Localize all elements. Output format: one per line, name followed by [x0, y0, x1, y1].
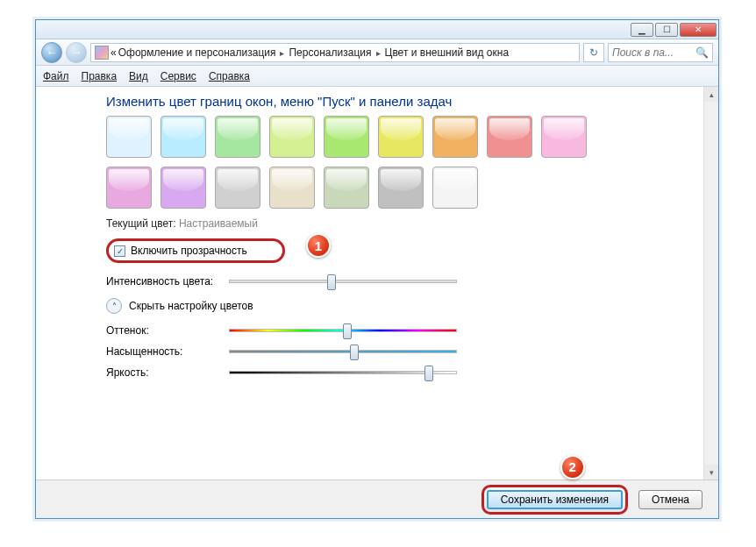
color-swatch[interactable]: [487, 116, 532, 158]
content-area: Изменить цвет границ окон, меню "Пуск" и…: [36, 87, 718, 518]
current-color-row: Текущий цвет: Настраиваемый: [106, 217, 718, 230]
navbar: ← → « Оформление и персонализация Персон…: [36, 39, 718, 66]
hue-slider[interactable]: [229, 329, 457, 332]
search-input[interactable]: [612, 46, 692, 59]
transparency-checkbox[interactable]: ✓: [114, 245, 125, 257]
menu-view[interactable]: Вид: [129, 70, 148, 82]
color-swatch[interactable]: [160, 116, 206, 158]
refresh-button[interactable]: ↻: [583, 43, 604, 62]
search-icon: 🔍: [695, 46, 709, 59]
search-box[interactable]: 🔍: [608, 43, 713, 62]
color-swatch[interactable]: [160, 167, 206, 209]
hue-label: Оттенок:: [106, 324, 220, 337]
window: ▁ ☐ ✕ ← → « Оформление и персонализация …: [35, 19, 719, 519]
menu-help[interactable]: Справка: [209, 70, 250, 82]
hue-row: Оттенок:: [106, 324, 718, 337]
breadcrumb-item[interactable]: Персонализация: [289, 46, 371, 59]
vertical-scrollbar[interactable]: ▴ ▾: [703, 87, 718, 480]
menubar: Файл Правка Вид Сервис Справка: [36, 66, 718, 87]
nav-forward-button[interactable]: →: [66, 42, 87, 63]
color-swatch[interactable]: [269, 167, 315, 209]
color-swatch[interactable]: [378, 116, 424, 158]
titlebar: ▁ ☐ ✕: [36, 20, 718, 39]
color-swatches: [106, 116, 597, 209]
saturation-slider[interactable]: [229, 350, 457, 353]
cancel-button[interactable]: Отмена: [638, 490, 703, 509]
color-swatch[interactable]: [269, 116, 315, 158]
color-swatch[interactable]: [432, 167, 478, 209]
color-swatch[interactable]: [324, 116, 369, 158]
chevron-up-icon: ˄: [106, 298, 122, 314]
brightness-label: Яркость:: [106, 366, 220, 379]
current-color-label: Текущий цвет:: [106, 217, 176, 230]
annotation-badge-2: 2: [560, 455, 585, 480]
scroll-up-icon[interactable]: ▴: [704, 87, 718, 102]
breadcrumb-prefix: «: [111, 46, 117, 59]
scroll-down-icon[interactable]: ▾: [704, 465, 718, 480]
collapse-label: Скрыть настройку цветов: [129, 300, 253, 312]
chevron-right-icon: [374, 46, 383, 59]
close-button[interactable]: ✕: [680, 23, 717, 37]
current-color-value: Настраиваемый: [179, 217, 258, 230]
saturation-label: Насыщенность:: [106, 345, 220, 358]
color-swatch[interactable]: [215, 116, 260, 158]
slider-thumb[interactable]: [343, 323, 352, 339]
maximize-button[interactable]: ☐: [655, 23, 678, 37]
color-swatch[interactable]: [541, 116, 587, 158]
color-swatch[interactable]: [215, 167, 260, 209]
save-button-highlight: Сохранить изменения: [481, 485, 628, 515]
color-swatch[interactable]: [432, 116, 478, 158]
page-title: Изменить цвет границ окон, меню "Пуск" и…: [106, 94, 718, 109]
menu-edit[interactable]: Правка: [82, 70, 118, 82]
brightness-row: Яркость:: [106, 366, 718, 379]
intensity-slider[interactable]: [229, 280, 457, 283]
intensity-row: Интенсивность цвета:: [106, 275, 718, 288]
slider-thumb[interactable]: [327, 274, 336, 290]
color-swatch[interactable]: [378, 167, 424, 209]
chevron-right-icon: [277, 46, 287, 59]
color-swatch[interactable]: [324, 167, 369, 209]
breadcrumb-item[interactable]: Цвет и внешний вид окна: [385, 46, 510, 59]
saturation-row: Насыщенность:: [106, 345, 718, 358]
collapse-row[interactable]: ˄ Скрыть настройку цветов: [106, 298, 718, 314]
breadcrumb[interactable]: « Оформление и персонализация Персонализ…: [90, 43, 580, 62]
minimize-button[interactable]: ▁: [631, 23, 653, 37]
slider-thumb[interactable]: [350, 345, 359, 360]
color-swatch[interactable]: [106, 167, 152, 209]
control-panel-icon: [95, 46, 109, 60]
breadcrumb-item[interactable]: Оформление и персонализация: [118, 46, 276, 59]
transparency-label: Включить прозрачность: [131, 245, 247, 257]
color-swatch[interactable]: [106, 116, 152, 158]
nav-back-button[interactable]: ←: [41, 42, 62, 63]
transparency-highlight: ✓ Включить прозрачность: [106, 238, 285, 263]
menu-tools[interactable]: Сервис: [160, 70, 196, 82]
footer: 2 Сохранить изменения Отмена: [36, 480, 718, 518]
intensity-label: Интенсивность цвета:: [106, 275, 220, 288]
annotation-badge-1: 1: [306, 233, 331, 258]
slider-thumb[interactable]: [424, 366, 433, 381]
menu-file[interactable]: Файл: [43, 70, 69, 82]
brightness-slider[interactable]: [229, 371, 457, 374]
save-button[interactable]: Сохранить изменения: [487, 490, 623, 509]
